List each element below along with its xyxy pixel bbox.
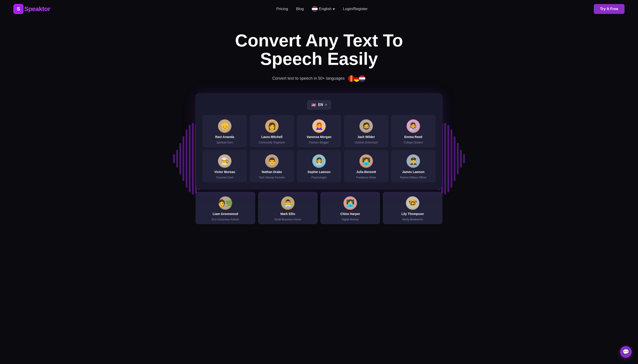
voice-name-mark: Mark Ellis: [280, 212, 295, 216]
hero-section: Convert Any Text To Speech Easily Conver…: [0, 18, 638, 224]
voice-card-ravi[interactable]: 👴 Ravi Ananda Spiritual Guru: [202, 115, 247, 147]
voice-card-mark[interactable]: 👨‍💼 Mark Ellis Small Business Owner: [258, 192, 318, 224]
voice-role-laura: Community Organizer: [259, 141, 285, 144]
voice-name-nathan: Nathan Drake: [262, 170, 282, 174]
voice-card-jack[interactable]: 🧔 Jack Wilder Outdoor Enthusiast: [344, 115, 388, 147]
voice-role-victor: Gourmet Chef: [216, 176, 233, 179]
voice-avatar-mark: 👨‍💼: [281, 196, 294, 210]
nav-login[interactable]: Login/Register: [343, 7, 368, 11]
voice-name-liam: Liam Greenwood: [212, 212, 238, 216]
voice-avatar-ravi: 👴: [218, 120, 232, 133]
voice-card-sophie[interactable]: 👩‍💼 Sophie Lawson Psychologist: [297, 150, 341, 182]
voice-name-emma: Emma Reed: [404, 135, 422, 139]
voice-avatar-sophie: 👩‍💼: [312, 154, 326, 168]
voice-card-victor[interactable]: 👨‍🍳 Victor Moreau Gourmet Chef: [202, 150, 247, 182]
voice-name-vanessa: Vanessa Morgan: [307, 135, 332, 139]
language-selector: 🇺🇸 EN ▾: [202, 100, 436, 110]
lang-code-label: EN: [318, 103, 323, 107]
flags-group: [348, 75, 366, 82]
voice-role-chloe: Digital Nomad: [342, 218, 358, 221]
nav-pricing[interactable]: Pricing: [276, 7, 288, 11]
voice-avatar-julia: 👩‍💻: [360, 154, 373, 168]
voice-avatar-jack: 🧔: [360, 120, 373, 133]
voice-role-emma: College Student: [404, 141, 423, 144]
voice-role-nathan: Tech Startup Founder: [259, 176, 285, 179]
logo-text: Speaktor: [24, 6, 50, 12]
voice-role-lily: Nerdy Bookworm: [402, 218, 423, 221]
voices-row3: 🧑‍🌿 Liam Greenwood Eco-Conscious Activis…: [173, 192, 465, 224]
voice-avatar-chloe: 👩‍💻: [344, 196, 357, 210]
nav-links: Pricing Blog English ▾ Login/Register: [276, 6, 368, 12]
voice-card-nathan[interactable]: 👨 Nathan Drake Tech Startup Founder: [250, 150, 294, 182]
chat-button[interactable]: 💬: [620, 346, 632, 358]
try-it-free-button[interactable]: Try It Free: [594, 4, 624, 14]
hero-title: Convert Any Text To Speech Easily: [218, 32, 420, 68]
voice-name-laura: Laura Mitchell: [261, 135, 282, 139]
voice-avatar-vanessa: 👩‍🦰: [312, 120, 326, 133]
voice-card-chloe[interactable]: 👩‍💻 Chloe Harper Digital Nomad: [320, 192, 380, 224]
voice-role-sophie: Psychologist: [311, 176, 326, 179]
voice-role-vanessa: Fashion Blogger: [309, 141, 329, 144]
voice-name-julia: Julia Bennett: [356, 170, 376, 174]
voice-avatar-victor: 👨‍🍳: [218, 154, 232, 168]
voice-name-jack: Jack Wilder: [358, 135, 375, 139]
en-flag-icon: 🇺🇸: [311, 103, 316, 107]
voice-card-lily[interactable]: 🤓 Lily Thompson Nerdy Bookworm: [383, 192, 442, 224]
lang-chevron-icon: ▾: [333, 7, 335, 12]
app-window: 🇺🇸 EN ▾ 👴 Ravi Ananda Spiritual Guru 👩: [196, 93, 442, 189]
logo[interactable]: S Speaktor: [14, 4, 50, 14]
voice-name-lily: Lily Thompson: [402, 212, 424, 216]
voice-avatar-nathan: 👨: [265, 154, 278, 168]
voice-role-mark: Small Business Owner: [274, 218, 302, 221]
nav-blog[interactable]: Blog: [296, 7, 304, 11]
voice-card-vanessa[interactable]: 👩‍🦰 Vanessa Morgan Fashion Blogger: [297, 115, 341, 147]
voices-grid: 👴 Ravi Ananda Spiritual Guru 👩 Laura Mit…: [202, 115, 436, 182]
voice-avatar-lily: 🤓: [406, 196, 419, 210]
voice-name-james: James Lawson: [402, 170, 424, 174]
voice-role-julia: Freelance Writer: [356, 176, 376, 179]
voice-role-jack: Outdoor Enthusiast: [355, 141, 378, 144]
voice-avatar-james: 👨‍✈️: [406, 154, 420, 168]
us-flag-icon: [312, 6, 318, 12]
voice-card-julia[interactable]: 👩‍💻 Julia Bennett Freelance Writer: [344, 150, 388, 182]
nav-lang-selector[interactable]: English ▾: [312, 6, 335, 12]
voice-name-victor: Victor Moreau: [214, 170, 235, 174]
voice-name-ravi: Ravi Ananda: [215, 135, 234, 139]
navbar: S Speaktor Pricing Blog English ▾ Login/…: [0, 0, 638, 18]
app-wave-container: 🇺🇸 EN ▾ 👴 Ravi Ananda Spiritual Guru 👩: [173, 93, 465, 224]
voice-card-laura[interactable]: 👩 Laura Mitchell Community Organizer: [250, 115, 294, 147]
voice-card-james[interactable]: 👨‍✈️ James Lawson Retired Military Offic…: [391, 150, 436, 182]
voice-card-emma[interactable]: 👩‍🎨 Emma Reed College Student: [391, 115, 436, 147]
voice-role-james: Retired Military Officer: [400, 176, 426, 179]
logo-icon: S: [14, 4, 23, 14]
voice-name-sophie: Sophie Lawson: [308, 170, 331, 174]
lang-dropdown-button[interactable]: 🇺🇸 EN ▾: [307, 100, 331, 110]
voice-avatar-emma: 👩‍🎨: [406, 120, 420, 133]
dropdown-chevron-icon: ▾: [325, 103, 327, 106]
lang-label: English: [319, 7, 332, 11]
voice-name-chloe: Chloe Harper: [340, 212, 360, 216]
voice-role-liam: Eco-Conscious Activist: [212, 218, 239, 221]
voice-avatar-laura: 👩: [265, 120, 278, 133]
us-flag-languages-icon: [358, 75, 366, 82]
voice-card-liam[interactable]: 🧑‍🌿 Liam Greenwood Eco-Conscious Activis…: [196, 192, 255, 224]
hero-subtitle: Convert text to speech in 50+ languages: [4, 75, 634, 82]
voice-avatar-liam: 🧑‍🌿: [219, 196, 232, 210]
voice-role-ravi: Spiritual Guru: [216, 141, 233, 144]
